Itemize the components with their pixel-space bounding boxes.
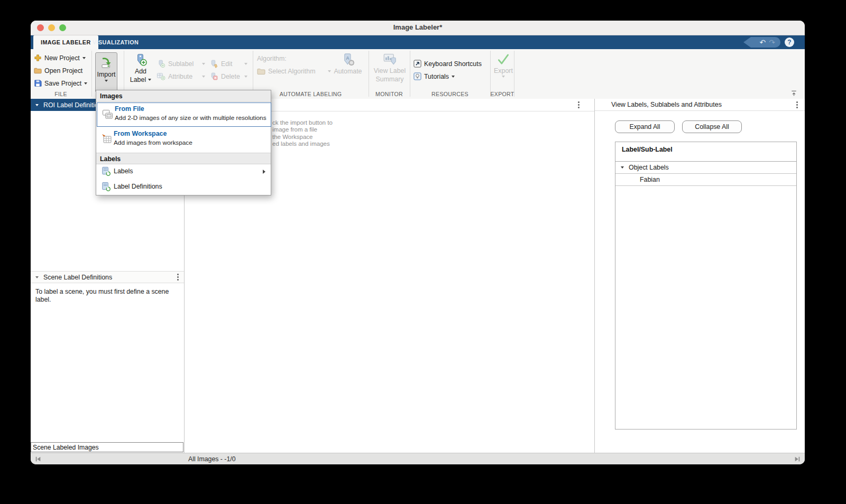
- automate-button: A Automate: [332, 52, 364, 75]
- go-to-first-image-icon[interactable]: [35, 456, 41, 462]
- view-label-summary-icon: [383, 52, 397, 66]
- edit-button: Edit: [209, 59, 247, 68]
- chevron-down-icon: [202, 76, 205, 78]
- new-project-icon: [34, 54, 42, 62]
- import-hint-text: ck the import button to image from a fil…: [272, 119, 333, 148]
- algorithm-label: Algorithm:: [257, 54, 287, 63]
- status-bar: All Images - -1/0: [31, 453, 805, 464]
- view-labels-panel: View Labels, Sublabels and Attributes Ex…: [594, 99, 805, 453]
- scene-empty-hint: To label a scene, you must first define …: [35, 288, 181, 304]
- undo-icon[interactable]: ↶: [760, 38, 766, 47]
- collapse-triangle-icon[interactable]: [621, 166, 624, 169]
- automate-icon: A: [341, 52, 355, 67]
- label-definitions-icon: [101, 182, 111, 192]
- scene-panel-menu-icon[interactable]: [177, 274, 179, 281]
- menu-item-from-file[interactable]: From File Add 2-D images of any size or …: [97, 102, 271, 127]
- import-dropdown-menu: Images From File Add 2-D images of any s…: [96, 90, 271, 195]
- expand-all-button[interactable]: Expand All: [615, 120, 675, 133]
- titlebar: Image Labeler*: [31, 21, 805, 35]
- chevron-down-icon: [84, 82, 87, 85]
- tab-visualization[interactable]: VISUALIZATION: [85, 35, 146, 49]
- view-label-summary-button: View Label Summary: [372, 52, 408, 83]
- import-button[interactable]: Import: [95, 52, 117, 92]
- labels-menu-header: Labels: [96, 153, 271, 164]
- chevron-down-icon: [452, 76, 455, 78]
- submenu-arrow-icon: [263, 170, 265, 174]
- resources-section-label: RESOURCES: [410, 91, 490, 97]
- labels-import-icon: [101, 166, 111, 176]
- menu-item-from-workspace[interactable]: From Workspace Add images from workspace: [96, 126, 271, 153]
- from-workspace-icon: [102, 134, 112, 144]
- chevron-down-icon: [105, 80, 108, 82]
- open-project-button[interactable]: Open Project: [34, 66, 82, 75]
- all-images-status: All Images - -1/0: [188, 455, 236, 463]
- redo-icon[interactable]: ↷: [769, 38, 775, 47]
- save-project-button[interactable]: Save Project: [34, 79, 87, 88]
- attribute-button: Attribute: [157, 72, 205, 81]
- sublabel-icon: [157, 59, 165, 68]
- chevron-down-icon: [148, 79, 151, 81]
- go-to-last-image-icon[interactable]: [794, 456, 801, 462]
- export-checkmark-icon: [496, 52, 510, 66]
- view-labels-menu-icon[interactable]: [796, 101, 798, 108]
- collapse-ribbon-icon[interactable]: [790, 90, 797, 97]
- import-icon: [100, 57, 113, 69]
- chevron-down-icon: [328, 70, 331, 72]
- edit-icon: [209, 59, 218, 68]
- menu-item-label-definitions[interactable]: Label Definitions: [96, 179, 271, 195]
- scene-label-definitions-header[interactable]: Scene Label Definitions: [31, 271, 184, 283]
- images-menu-header: Images: [96, 90, 271, 102]
- tutorials-lightbulb-icon: [413, 72, 421, 80]
- chevron-down-icon: [202, 63, 205, 65]
- table-row[interactable]: Fabian: [615, 174, 796, 186]
- add-label-button[interactable]: Add Label: [127, 53, 154, 83]
- chevron-down-icon: [82, 57, 86, 59]
- export-section-label: EXPORT: [490, 91, 514, 97]
- monitor-section-label: MONITOR: [369, 91, 410, 97]
- open-folder-icon: [34, 67, 42, 74]
- keyboard-shortcuts-button[interactable]: Keyboard Shortcuts: [413, 59, 482, 68]
- scene-labeled-images-box[interactable]: Scene Labeled Images: [31, 442, 183, 452]
- collapse-triangle-icon: [35, 276, 39, 278]
- delete-button: Delete: [209, 72, 247, 81]
- labels-table: Label/Sub-Label Object Labels Fabian: [615, 142, 797, 430]
- labels-table-header: Label/Sub-Label: [615, 142, 796, 162]
- chevron-down-icon: [244, 63, 247, 65]
- sublabel-button: Sublabel: [157, 59, 205, 68]
- window-title: Image Labeler*: [31, 23, 805, 31]
- from-file-icon: [102, 109, 113, 119]
- chevron-down-icon: [244, 76, 247, 78]
- file-section-label: FILE: [31, 91, 91, 97]
- delete-icon: [209, 72, 218, 81]
- folder-icon: [257, 67, 265, 76]
- attribute-icon: [157, 72, 165, 81]
- save-floppy-icon: [34, 79, 42, 87]
- app-window: Image Labeler* IMAGE LABELER VISUALIZATI…: [31, 21, 805, 464]
- tutorials-button[interactable]: Tutorials: [413, 72, 455, 81]
- chevron-down-icon: [502, 76, 505, 78]
- quick-access-toolbar: ↶ ↷: [743, 37, 780, 48]
- add-label-tag-icon: [134, 53, 148, 67]
- help-button[interactable]: ?: [785, 38, 794, 47]
- table-row[interactable]: Object Labels: [615, 162, 796, 174]
- svg-text:A: A: [346, 55, 350, 61]
- keyboard-shortcuts-icon: [413, 60, 421, 68]
- menu-item-labels[interactable]: Labels: [96, 164, 271, 179]
- new-project-button[interactable]: New Project: [34, 53, 86, 62]
- ribbon-tab-bar: IMAGE LABELER VISUALIZATION ↶ ↷ ?: [31, 35, 805, 49]
- view-labels-header: View Labels, Sublabels and Attributes: [595, 99, 805, 111]
- images-panel-menu-icon[interactable]: [578, 101, 580, 108]
- collapse-all-button[interactable]: Collapse All: [682, 120, 742, 133]
- collapse-triangle-icon: [35, 104, 39, 106]
- select-algorithm-button: Select Algorithm: [257, 67, 331, 76]
